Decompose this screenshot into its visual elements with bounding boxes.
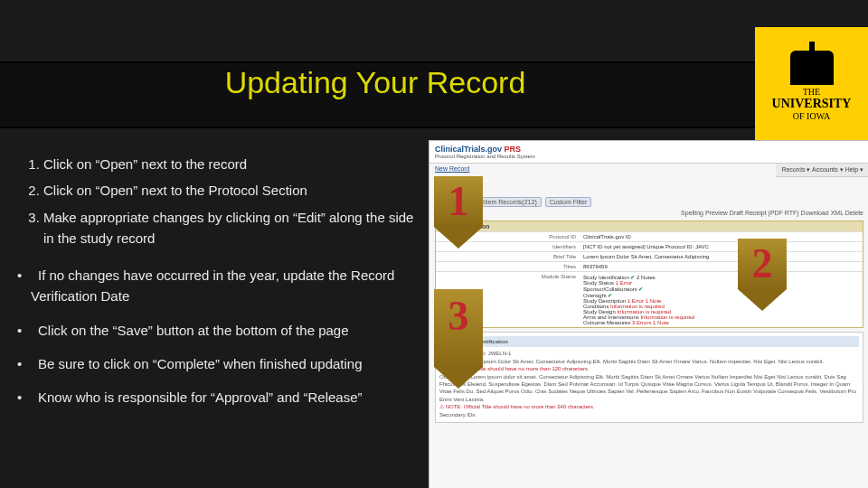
prs-screenshot: ClinicalTrials.gov PRS Protocol Registra… [429, 140, 868, 488]
study-id-bar: Edit Study Identification [439, 336, 859, 347]
bullet-1: If no changes have occurred in the year,… [31, 265, 419, 307]
step-2: Click on “Open” next to the Protocol Sec… [43, 180, 419, 201]
val-identifiers: [NCT ID not yet assigned] Unique Protoco… [580, 242, 863, 251]
step-1: Click on “Open” next to the record [43, 154, 419, 174]
study-id-note2: ⚠ NOTE: Official Title should have no mo… [439, 403, 859, 410]
bullet-list: If no changes have occurred in the year,… [16, 265, 419, 408]
marker-2: 2 [738, 239, 787, 311]
bullet-2: Click on the “Save” button at the bottom… [31, 320, 419, 341]
marker-3-num: 3 [434, 289, 483, 367]
body-text: Click on “Open” next to the record Click… [16, 154, 419, 420]
bullet-1-text: If no changes have occurred in the year,… [31, 267, 394, 304]
prs-menu[interactable]: Records ▾ Accounts ▾ Help ▾ [776, 164, 868, 177]
arrow-down-icon [738, 289, 787, 311]
prs-brand-suffix: PRS [505, 145, 522, 154]
bullet-2-text: Click on the “Save” button at the bottom… [31, 323, 349, 338]
module-status-list: Study Identification ✔ 2 NotesStudy Stat… [580, 272, 863, 327]
marker-3: 3 [434, 289, 483, 389]
prs-brand: ClinicalTrials.gov [435, 145, 505, 154]
dome-icon [790, 51, 834, 85]
prs-sub: Protocol Registration and Results System [435, 154, 863, 159]
arrow-down-icon [434, 367, 483, 389]
val-titles: 89376459 [580, 262, 863, 271]
study-id-brief: Brief Title: Lorem Ipsum Dolor Sit Amet,… [439, 358, 859, 365]
lbl-brief-title: Brief Title [436, 252, 580, 261]
protocol-heading: Protocol Section [436, 221, 863, 231]
prs-tabs: Un-Edit Problem Records(212) Custom Filt… [429, 197, 868, 207]
study-id-upid: Unique Protocol ID: JWELN-1 [439, 350, 859, 357]
arrow-down-icon [434, 227, 483, 249]
logo-line2: UNIVERSITY [772, 97, 852, 110]
step-3: Make appropriate changes by clicking on … [43, 207, 419, 249]
marker-1: 1 [434, 176, 483, 249]
logo-line3: OF IOWA [793, 111, 830, 121]
logo-line1: THE [803, 87, 820, 97]
prs-header: ClinicalTrials.gov PRS Protocol Registra… [429, 141, 868, 164]
protocol-section: Protocol Section Protocol IDClinicalTria… [435, 221, 863, 328]
val-protocol-id: ClinicalTrials.gov ID [583, 234, 631, 239]
slide: Updating Your Record THE UNIVERSITY OF I… [0, 0, 868, 488]
study-id-secondary: Secondary IDs: [439, 411, 859, 418]
open-row: Open Spelling Preview Draft Receipt (PDF… [429, 207, 868, 219]
numbered-steps: Click on “Open” next to the record Click… [16, 154, 419, 249]
bullet-4: Know who is responsible for “Approval” a… [31, 387, 419, 408]
marker-1-num: 1 [434, 176, 483, 227]
val-brief-title: Lorem Ipsum Dolor Sit Amet, Consectetur … [580, 252, 863, 261]
study-identification: Edit Study Identification Unique Protoco… [435, 332, 863, 423]
study-id-note1: ⚠ NOTE: Brief Title should have no more … [439, 365, 859, 372]
logo-text: THE UNIVERSITY OF IOWA [772, 87, 852, 120]
study-id-official: Official Title: Lorem ipsum dolor sit am… [439, 373, 859, 404]
toolbar-links[interactable]: Spelling Preview Draft Receipt (PDF RTF)… [681, 210, 863, 216]
new-record-link[interactable]: New Record [429, 164, 476, 174]
university-logo: THE UNIVERSITY OF IOWA [755, 27, 868, 145]
bullet-4-text: Know who is responsible for “Approval” a… [31, 389, 363, 405]
bullet-3: Be sure to click on “Complete” when fini… [31, 353, 419, 374]
tab-custom[interactable]: Custom Filter [545, 197, 592, 207]
lbl-titles: Titles [436, 262, 580, 271]
marker-2-num: 2 [738, 239, 787, 289]
bullet-3-text: Be sure to click on “Complete” when fini… [31, 356, 363, 371]
slide-title: Updating Your Record [0, 65, 750, 100]
